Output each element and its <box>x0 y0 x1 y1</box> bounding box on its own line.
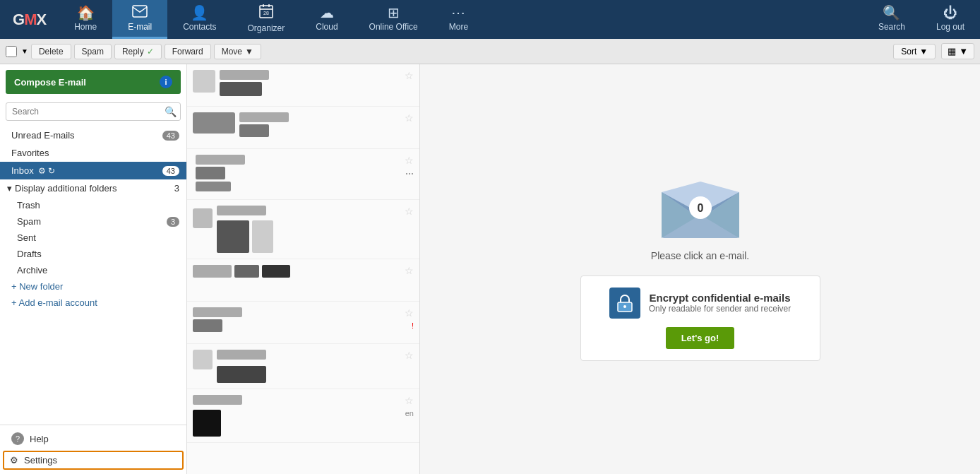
email-meta: ☆ <box>405 265 414 276</box>
compose-info-badge: i <box>160 76 172 88</box>
nav-cloud-label: Cloud <box>316 22 337 32</box>
sidebar-search-input[interactable] <box>6 102 181 121</box>
empty-message: Please click an e-mail. <box>651 250 749 261</box>
nav-right: 🔍 Search ⏻ Log out <box>863 0 980 39</box>
nav-item-online-office[interactable]: ⊞ Online Office <box>354 0 434 39</box>
envelope-illustration: 0 <box>658 178 743 242</box>
email-meta: ☆ en <box>405 395 414 417</box>
compose-button[interactable]: Compose E-mail i <box>6 70 181 94</box>
encrypt-header: Encrypt confidential e-mails Only readab… <box>609 288 791 319</box>
settings-item[interactable]: ⚙ Settings <box>3 451 184 470</box>
email-content <box>217 206 400 253</box>
organizer-icon: 28 <box>258 4 274 21</box>
sidebar-item-drafts[interactable]: Drafts <box>0 246 186 262</box>
svg-point-14 <box>623 305 626 308</box>
nav-item-search[interactable]: 🔍 Search <box>863 6 921 34</box>
refresh-icon[interactable]: ↻ <box>48 166 55 176</box>
sidebar-item-sent[interactable]: Sent <box>0 230 186 246</box>
nav-item-more[interactable]: ⋯ More <box>434 0 484 39</box>
email-item[interactable]: ☆ <box>187 259 419 302</box>
logo[interactable]: GMX <box>0 0 59 39</box>
email-item[interactable]: ☆ en <box>187 389 419 443</box>
email-sender <box>217 350 400 362</box>
add-account-action[interactable]: + Add e-mail account <box>0 295 186 311</box>
contacts-icon: 👤 <box>191 6 208 20</box>
email-sender <box>193 307 400 319</box>
spam-badge: 3 <box>167 217 179 227</box>
forward-button[interactable]: Forward <box>165 44 211 59</box>
email-sender <box>220 70 400 82</box>
move-button[interactable]: Move ▼ <box>214 44 261 59</box>
email-item[interactable]: ☆ ! <box>187 302 419 344</box>
star-icon[interactable]: ☆ <box>405 265 414 276</box>
archive-label: Archive <box>17 265 47 275</box>
sidebar-item-spam[interactable]: Spam 3 <box>0 213 186 230</box>
folders-badge: 3 <box>174 183 179 194</box>
email-content <box>193 307 400 334</box>
star-icon[interactable]: ☆ <box>405 206 414 217</box>
avatar <box>193 112 235 134</box>
delete-button[interactable]: Delete <box>31 44 71 59</box>
layout-button[interactable]: ▦ ▼ <box>941 43 974 59</box>
favorites-label: Favorites <box>11 148 49 158</box>
email-meta: ☆ ! <box>405 307 414 330</box>
nav-item-contacts[interactable]: 👤 Contacts <box>167 0 232 39</box>
nav-organizer-label: Organizer <box>248 23 285 33</box>
nav-item-logout[interactable]: ⏻ Log out <box>921 6 980 34</box>
email-content <box>193 155 400 194</box>
more-icon: ⋯ <box>451 6 465 20</box>
help-item[interactable]: ? Help <box>0 428 186 449</box>
star-icon[interactable]: ☆ <box>405 155 414 166</box>
nav-item-cloud[interactable]: ☁ Cloud <box>300 0 353 39</box>
star-icon[interactable]: ☆ <box>405 70 414 81</box>
layout-chevron-icon: ▼ <box>959 46 968 57</box>
email-item[interactable]: ☆ ⋯ <box>187 149 419 200</box>
email-item[interactable]: ☆ <box>187 200 419 259</box>
email-list: ☆ ☆ ☆ ⋯ <box>187 64 420 474</box>
sort-button[interactable]: Sort ▼ <box>893 44 936 59</box>
svg-rect-0 <box>133 6 147 17</box>
email-meta: ☆ <box>405 206 414 217</box>
star-icon[interactable]: ☆ <box>405 395 414 406</box>
nav-search-label: Search <box>878 22 905 32</box>
lets-go-button[interactable]: Let's go! <box>666 327 735 349</box>
sidebar-search-box: 🔍 <box>6 102 181 121</box>
checkbox-chevron-icon[interactable]: ▼ <box>21 47 28 55</box>
sidebar-item-unread[interactable]: Unread E-mails 43 <box>0 126 186 144</box>
email-item[interactable]: ☆ <box>187 107 419 149</box>
nav-item-home[interactable]: 🏠 Home <box>59 0 112 39</box>
select-all-checkbox[interactable] <box>6 46 17 57</box>
svg-text:28: 28 <box>263 11 269 16</box>
star-icon[interactable]: ☆ <box>405 307 414 319</box>
encrypt-subtitle: Only readable for sender and receiver <box>649 304 791 314</box>
sidebar-item-archive[interactable]: Archive <box>0 262 186 278</box>
logout-icon: ⏻ <box>943 6 957 20</box>
nav-more-label: More <box>449 22 468 32</box>
spam-button[interactable]: Spam <box>74 44 112 59</box>
settings-small-icon[interactable]: ⚙ <box>38 166 46 176</box>
star-icon[interactable]: ☆ <box>405 112 414 124</box>
sidebar-item-trash[interactable]: Trash <box>0 197 186 213</box>
new-folder-label: + New folder <box>11 281 63 292</box>
avatar <box>193 70 215 93</box>
nav-item-organizer[interactable]: 28 Organizer <box>232 0 301 39</box>
empty-state: 0 Please click an e-mail. <box>651 178 749 261</box>
folders-section-header[interactable]: ▾ Display additional folders 3 <box>0 179 186 197</box>
email-sender <box>196 155 400 167</box>
reply-button[interactable]: Reply ✓ <box>114 44 162 59</box>
email-subject <box>220 82 400 98</box>
sidebar-item-inbox[interactable]: Inbox ⚙ ↻ 43 <box>0 162 186 179</box>
avatar <box>193 350 213 369</box>
sidebar-item-favorites[interactable]: Favorites <box>0 144 186 162</box>
nav-items: 🏠 Home E-mail 👤 Contacts <box>59 0 863 39</box>
nav-item-email[interactable]: E-mail <box>112 0 167 39</box>
new-folder-action[interactable]: + New folder <box>0 278 186 295</box>
layout-icon: ▦ <box>948 46 956 57</box>
email-item[interactable]: ☆ <box>187 64 419 107</box>
email-subject <box>239 124 400 139</box>
star-icon[interactable]: ☆ <box>405 350 414 361</box>
encrypt-icon <box>609 288 640 319</box>
email-item[interactable]: ☆ <box>187 344 419 389</box>
email-sender <box>239 112 400 124</box>
inbox-badge: 43 <box>162 166 179 176</box>
